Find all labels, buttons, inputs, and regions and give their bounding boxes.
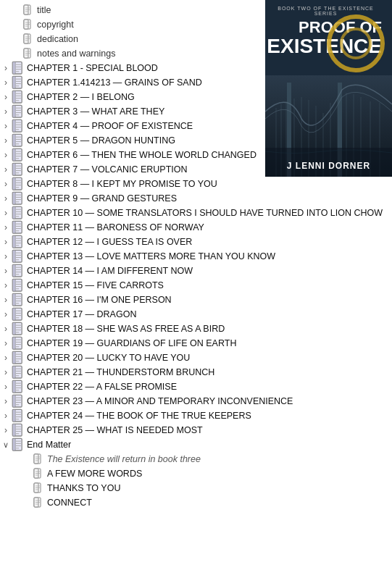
chapter-item-ch1[interactable]: › CHAPTER 1 - SPECIAL BLOOD: [0, 61, 265, 75]
chapter-item-ch9[interactable]: › CHAPTER 9 — GRAND GESTURES: [0, 191, 392, 206]
svg-rect-123: [12, 264, 15, 277]
book-icon: [12, 236, 25, 248]
chapter-label: CHAPTER 4 — PROOF OF EXISTENCE: [27, 121, 193, 131]
chapter-label: CHAPTER 20 — LUCKY TO HAVE YOU: [27, 353, 190, 363]
chapter-item-ch19[interactable]: › CHAPTER 19 — GUARDIANS OF LIFE ON EART…: [0, 336, 392, 351]
end-matter-item-return[interactable]: The Existence will return in book three: [0, 452, 392, 466]
chapter-item-ch12[interactable]: › CHAPTER 12 — I GUESS TEA IS OVER: [0, 235, 392, 249]
chapter-label: CHAPTER 17 — DRAGON: [27, 309, 136, 319]
chapter-arrow: ›: [0, 208, 12, 218]
chapter-item-ch14[interactable]: › CHAPTER 14 — I AM DIFFERENT NOW: [0, 264, 392, 278]
book-icon: [12, 265, 25, 277]
chapter-arrow: ›: [0, 135, 12, 146]
author-name: J LENNI DORNER: [265, 161, 392, 171]
end-matter-item-thanks[interactable]: THANKS TO YOU: [0, 481, 392, 495]
svg-rect-195: [12, 438, 15, 450]
svg-rect-105: [12, 221, 15, 233]
svg-rect-159: [12, 351, 15, 364]
doc-icon: [22, 33, 35, 45]
chapter-item-ch10[interactable]: › CHAPTER 10 — SOME TRANSLATORS I SHOULD…: [0, 206, 392, 220]
chapter-item-ch24[interactable]: › CHAPTER 24 — THE BOOK OF THE TRUE KEEP…: [0, 408, 392, 423]
book-icon: [12, 120, 25, 132]
chapter-item-ch15[interactable]: › CHAPTER 15 — FIVE CARROTS: [0, 278, 392, 293]
book-icon: [12, 178, 25, 190]
chapter-label: CHAPTER 13 — LOVE MATTERS MORE THAN YOU …: [27, 251, 275, 261]
book-icon: [12, 164, 25, 175]
svg-rect-117: [12, 250, 15, 262]
chapter-item-ch17[interactable]: › CHAPTER 17 — DRAGON: [0, 307, 392, 322]
doc-icon: [22, 48, 35, 59]
chapter-item-ch11[interactable]: › CHAPTER 11 — BARONESS OF NORWAY: [0, 220, 392, 235]
svg-rect-93: [12, 192, 15, 204]
chapter-label: CHAPTER 3 — WHAT ARE THEY: [27, 106, 164, 117]
svg-rect-51: [12, 134, 15, 146]
book-cover: BOOK TWO OF THE EXISTENCE SERIES PROOF O…: [265, 0, 392, 177]
front-matter-label: title: [37, 5, 51, 15]
end-matter-item-fewwords[interactable]: A FEW MORE WORDS: [0, 466, 392, 481]
front-matter-item-copyright[interactable]: copyright: [0, 17, 265, 32]
chapter-label: CHAPTER 25 — WHAT IS NEEDED MOST: [27, 425, 203, 435]
chapter-arrow: ›: [0, 193, 12, 204]
svg-rect-33: [12, 91, 15, 103]
chapter-item-ch18[interactable]: › CHAPTER 18 — SHE WAS AS FREE AS A BIRD: [0, 322, 392, 336]
book-icon: [12, 91, 25, 103]
front-matter-item-title[interactable]: title: [0, 3, 265, 17]
book-icon: [12, 193, 25, 204]
book-icon: [12, 395, 25, 407]
svg-rect-165: [12, 366, 15, 378]
book-icon: [12, 77, 25, 88]
book-icon: [12, 280, 25, 291]
chapter-item-ch20[interactable]: › CHAPTER 20 — LUCKY TO HAVE YOU: [0, 351, 392, 365]
chapter-item-ch6[interactable]: › CHAPTER 6 — THEN THE WHOLE WORLD CHANG…: [0, 148, 265, 162]
end-matter-expand-arrow: ∨: [0, 440, 12, 450]
chapter-label: CHAPTER 12 — I GUESS TEA IS OVER: [27, 237, 192, 247]
chapter-item-ch22[interactable]: › CHAPTER 22 — A FALSE PROMISE: [0, 380, 392, 394]
book-icon: [12, 135, 25, 146]
chapter-arrow: ›: [0, 121, 12, 131]
front-matter-label: notes and warnings: [37, 49, 115, 59]
chapter-label: CHAPTER 22 — A FALSE PROMISE: [27, 382, 177, 392]
book-icon: [12, 149, 25, 161]
chapter-item-ch4[interactable]: › CHAPTER 4 — PROOF OF EXISTENCE: [0, 119, 265, 133]
series-text: BOOK TWO OF THE EXISTENCE SERIES: [265, 6, 386, 16]
chapter-item-ch25[interactable]: › CHAPTER 25 — WHAT IS NEEDED MOST: [0, 423, 392, 437]
chapter-item-ch1414[interactable]: › CHAPTER 1.414213 — GRAINS OF SAND: [0, 75, 265, 90]
chapter-item-ch16[interactable]: › CHAPTER 16 — I'M ONE PERSON: [0, 293, 392, 307]
doc-icon: [32, 497, 45, 508]
chapter-item-ch13[interactable]: › CHAPTER 13 — LOVE MATTERS MORE THAN YO…: [0, 249, 392, 264]
svg-rect-57: [12, 148, 15, 161]
svg-rect-141: [12, 308, 15, 320]
chapter-item-ch2[interactable]: › CHAPTER 2 — I BELONG: [0, 90, 265, 104]
chapter-label: CHAPTER 1.414213 — GRAINS OF SAND: [27, 77, 202, 88]
front-matter-item-dedication[interactable]: dedication: [0, 32, 265, 46]
front-matter-item-notes[interactable]: notes and warnings: [0, 46, 265, 61]
end-matter-item-connect[interactable]: CONNECT: [0, 495, 392, 510]
chapter-item-ch23[interactable]: › CHAPTER 23 — A MINOR AND TEMPORARY INC…: [0, 394, 392, 408]
chapter-arrow: ›: [0, 280, 12, 290]
chapter-arrow: ›: [0, 222, 12, 232]
chapter-arrow: ›: [0, 367, 12, 377]
chapter-item-ch3[interactable]: › CHAPTER 3 — WHAT ARE THEY: [0, 104, 265, 119]
chapter-arrow: ›: [0, 295, 12, 305]
book-icon: [12, 366, 25, 378]
chapter-item-ch21[interactable]: › CHAPTER 21 — THUNDERSTORM BRUNCH: [0, 365, 392, 380]
chapter-arrow: ›: [0, 63, 12, 73]
chapter-label: CHAPTER 10 — SOME TRANSLATORS I SHOULD H…: [27, 208, 383, 218]
chapter-label: CHAPTER 1 - SPECIAL BLOOD: [27, 63, 158, 73]
svg-rect-99: [12, 206, 15, 219]
chapter-item-ch8[interactable]: › CHAPTER 8 — I KEPT MY PROMISE TO YOU: [0, 177, 392, 191]
chapter-item-ch5[interactable]: › CHAPTER 5 — DRAGON HUNTING: [0, 133, 265, 148]
front-matter-label: copyright: [37, 20, 74, 30]
end-matter-header[interactable]: ∨ End Matter: [0, 437, 392, 452]
chapter-arrow: ›: [0, 309, 12, 319]
chapter-arrow: ›: [0, 324, 12, 334]
book-icon: [12, 410, 25, 422]
svg-rect-39: [12, 105, 15, 117]
chapter-label: CHAPTER 2 — I BELONG: [27, 92, 135, 102]
chapter-item-ch7[interactable]: › CHAPTER 7 — VOLCANIC ERUPTION: [0, 162, 265, 177]
chapter-label: CHAPTER 5 — DRAGON HUNTING: [27, 135, 175, 146]
end-matter-item-label: THANKS TO YOU: [47, 483, 120, 493]
end-matter-icon: [12, 439, 25, 450]
svg-rect-183: [12, 409, 15, 422]
book-icon: [12, 251, 25, 262]
